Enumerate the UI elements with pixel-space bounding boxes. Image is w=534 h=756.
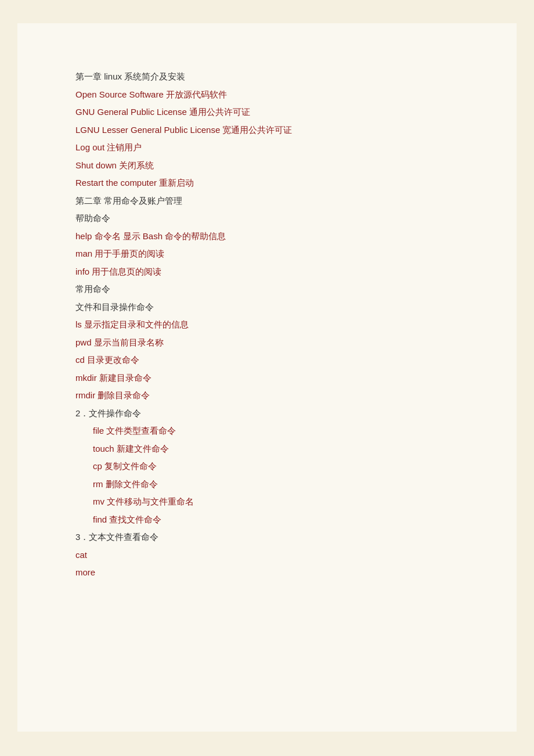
content-line: help 命令名 显示 Bash 命令的帮助信息 <box>75 228 470 245</box>
content-line: 帮助命令 <box>75 210 470 227</box>
content-line: 第二章 常用命令及账户管理 <box>75 193 470 210</box>
content-line: mv 文件移动与文件重命名 <box>75 494 470 510</box>
content-line: 2．文件操作命令 <box>75 405 470 422</box>
content-line: Log out 注销用户 <box>75 139 470 156</box>
content-line: find 查找文件命令 <box>75 512 470 528</box>
content-line: mkdir 新建目录命令 <box>75 370 470 387</box>
content-line: man 用于手册页的阅读 <box>75 246 470 262</box>
content-line: LGNU Lesser General Public License 宽通用公共… <box>75 122 470 139</box>
content-line: info 用于信息页的阅读 <box>75 264 470 280</box>
content-line: more <box>75 564 470 581</box>
content-line: rm 删除文件命令 <box>75 476 470 493</box>
content-line: 第一章 linux 系统简介及安装 <box>75 69 470 85</box>
content-line: 常用命令 <box>75 281 470 298</box>
content-line: cat <box>75 547 470 564</box>
content-line: Shut down 关闭系统 <box>75 157 470 174</box>
content-line: ls 显示指定目录和文件的信息 <box>75 316 470 333</box>
content-line: file 文件类型查看命令 <box>75 423 470 440</box>
content-area: 第一章 linux 系统简介及安装Open Source Software 开放… <box>75 69 470 581</box>
content-line: 3．文本文件查看命令 <box>75 529 470 546</box>
content-line: Open Source Software 开放源代码软件 <box>75 87 470 103</box>
content-line: GNU General Public License 通用公共许可证 <box>75 104 470 121</box>
content-line: Restart the computer 重新启动 <box>75 175 470 192</box>
content-line: cp 复制文件命令 <box>75 458 470 475</box>
page-container: 第一章 linux 系统简介及安装Open Source Software 开放… <box>17 23 517 732</box>
content-line: touch 新建文件命令 <box>75 441 470 458</box>
content-line: 文件和目录操作命令 <box>75 299 470 316</box>
content-line: pwd 显示当前目录名称 <box>75 334 470 351</box>
content-line: cd 目录更改命令 <box>75 352 470 369</box>
content-line: rmdir 删除目录命令 <box>75 387 470 404</box>
